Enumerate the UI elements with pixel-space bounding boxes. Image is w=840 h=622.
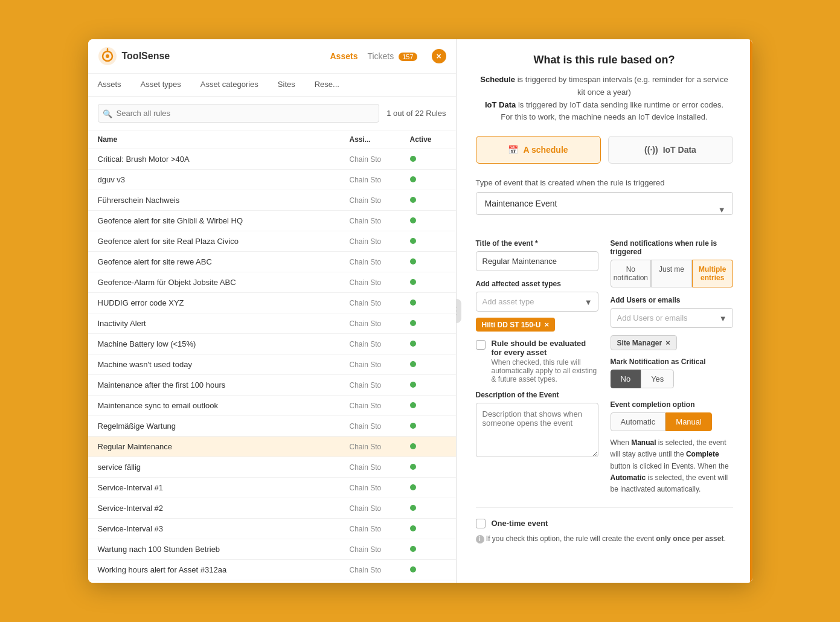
row-active [410,380,446,390]
row-name: Critical: Brush Motor >40A [98,155,350,164]
calendar-icon: 📅 [508,145,518,155]
row-active [410,463,446,472]
table-header: Name Assi... Active [88,130,456,149]
svg-point-4 [457,307,457,309]
one-time-checkbox[interactable] [476,519,486,528]
row-assi: Chain Sto [350,299,410,307]
btn-iot[interactable]: ((·)) IoT Data [608,136,733,164]
subnav-rese[interactable]: Rese... [305,74,349,96]
svg-point-2 [106,54,109,58]
bottom-section: One-time event i If you check this optio… [476,507,733,544]
table-row[interactable]: Geofence alert for site Ghibli & Wirbel … [88,211,456,231]
asset-arrow-icon: ▼ [585,297,592,306]
table-row[interactable]: Geofence alert for site rewe ABC Chain S… [88,252,456,272]
row-assi: Chain Sto [350,361,410,369]
notif-multiple[interactable]: Multiple entries [692,260,733,287]
subnav-sites[interactable]: Sites [268,74,305,96]
table-row[interactable]: HUDDIG error code XYZ Chain Sto [88,293,456,313]
table-row[interactable]: dguv v3 Chain Sto [88,170,456,190]
nav-assets[interactable]: Assets [330,49,358,63]
row-active [410,257,446,266]
btn-schedule[interactable]: 📅 A schedule [476,136,601,164]
row-assi: Chain Sto [350,463,410,472]
event-type-select[interactable]: Maintenance Event [476,192,733,215]
row-name: Machine Battery low (<15%) [98,339,350,348]
event-title-input[interactable] [476,251,598,271]
user-tag: Site Manager × [611,335,677,350]
row-active [410,442,446,451]
remove-user-tag[interactable]: × [665,338,670,347]
remove-asset-tag[interactable]: × [545,320,550,329]
logo-area: ToolSense [98,46,170,66]
event-type-label: Type of event that is created when the r… [476,178,733,187]
app-wrapper: ToolSense Assets Tickets 157 × Assets As… [88,39,752,583]
rules-table: Name Assi... Active Critical: Brush Moto… [88,130,456,583]
row-active [410,278,446,287]
row-assi: Chain Sto [350,155,410,164]
row-assi: Chain Sto [350,402,410,410]
sub-nav: Assets Asset types Asset categories Site… [88,74,456,97]
left-panel: ToolSense Assets Tickets 157 × Assets As… [88,39,457,583]
search-area: 🔍 1 out of 22 Rules [88,97,456,130]
table-row[interactable]: Geofence-Alarm für Objekt Jobsite ABC Ch… [88,272,456,293]
subnav-asset-types[interactable]: Asset types [131,74,191,96]
nav-tickets[interactable]: Tickets 157 [367,49,417,63]
critical-no[interactable]: No [611,370,641,388]
row-name: dguv v3 [98,175,350,184]
completion-manual[interactable]: Manual [665,412,712,431]
description-textarea[interactable] [476,403,598,457]
table-row[interactable]: Service-Interval #3 Chain Sto [88,519,456,539]
table-row[interactable]: Critical: Brush Motor >40A Chain Sto [88,149,456,170]
rules-count: 1 out of 22 Rules [386,109,446,118]
table-row[interactable]: service fällig Chain Sto [88,457,456,478]
right-border [750,39,752,583]
row-active [410,565,446,574]
row-name: Regular Maintenance [98,442,350,451]
right-col: Send notifications when rule is triggere… [611,239,733,495]
row-name: Working hours alert for Asset #312aa [98,565,350,574]
table-row[interactable]: Geofence alert for site Real Plaza Civic… [88,231,456,252]
table-row[interactable]: Wartung nach 100 Stunden Betrieb Chain S… [88,539,456,560]
row-assi: Chain Sto [350,340,410,348]
table-row[interactable]: Service-Interval #2 Chain Sto [88,498,456,519]
evaluate-checkbox[interactable] [476,340,486,350]
table-row[interactable]: Machine Battery low (<15%) Chain Sto [88,334,456,354]
table-row[interactable]: Working hours alert for Asset #A10003 Ch… [88,580,456,583]
row-active [410,319,446,328]
notif-just-me[interactable]: Just me [651,260,692,287]
subnav-asset-categories[interactable]: Asset categories [191,74,268,96]
drag-handle[interactable] [457,299,461,323]
row-assi: Chain Sto [350,525,410,533]
svg-point-6 [457,314,457,316]
critical-yes[interactable]: Yes [641,370,674,388]
row-name: Regelmäßige Wartung [98,422,350,431]
row-active [410,524,446,533]
close-button[interactable]: × [432,49,446,63]
users-select[interactable]: Add Users or emails [611,308,733,328]
table-row[interactable]: Maintenance sync to email outlook Chain … [88,396,456,416]
notif-no[interactable]: No notification [611,260,652,287]
table-row[interactable]: Regelmäßige Wartung Chain Sto [88,416,456,437]
row-assi: Chain Sto [350,319,410,328]
table-row[interactable]: Führerschein Nachweis Chain Sto [88,190,456,211]
row-name: Maintenance sync to email outlook [98,401,350,410]
two-col-section: Title of the event * Add affected asset … [476,239,733,495]
row-active [410,298,446,307]
description-label: Description of the Event [476,391,598,399]
table-row[interactable]: Inactivity Alert Chain Sto [88,313,456,334]
subnav-assets[interactable]: Assets [98,74,131,96]
search-input[interactable] [98,104,380,123]
asset-type-select[interactable]: Add asset type [476,292,598,312]
mark-critical-label: Mark Notification as Critical [611,357,733,366]
table-row[interactable]: Working hours alert for Asset #312aa Cha… [88,560,456,580]
btn-iot-label: IoT Data [663,145,696,155]
table-row[interactable]: Regular Maintenance Chain Sto [88,437,456,457]
table-row[interactable]: Maintenance after the first 100 hours Ch… [88,375,456,396]
row-name: Inactivity Alert [98,319,350,328]
row-active [410,360,446,369]
iot-bold: IoT Data [485,100,516,109]
table-row[interactable]: Machine wasn't used today Chain Sto [88,354,456,375]
table-row[interactable]: Service-Interval #1 Chain Sto [88,478,456,498]
row-name: Geofence alert for site Ghibli & Wirbel … [98,216,350,225]
completion-auto[interactable]: Automatic [611,412,666,431]
